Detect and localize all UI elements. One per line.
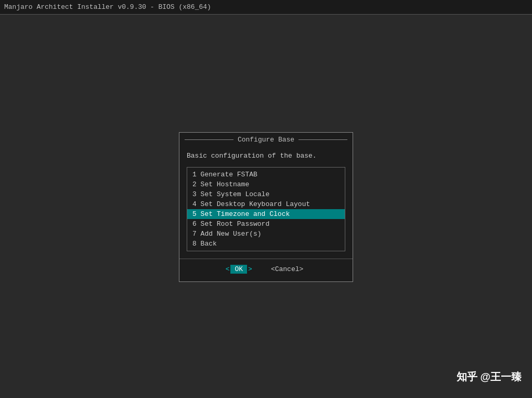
cancel-button[interactable]: <Cancel> (268, 264, 306, 274)
menu-item[interactable]: 6 Set Root Password (187, 219, 345, 229)
ok-left-arrow: < (226, 265, 230, 273)
dialog-box: Configure Base Basic configuration of th… (179, 132, 353, 282)
ok-button-wrapper[interactable]: < OK > (226, 264, 252, 274)
ok-right-arrow: > (248, 265, 252, 273)
menu-item[interactable]: 1 Generate FSTAB (187, 170, 345, 179)
title-text: Manjaro Architect Installer v0.9.30 - BI… (4, 3, 211, 11)
menu-item[interactable]: 3 Set System Locale (187, 189, 345, 199)
title-bar: Manjaro Architect Installer v0.9.30 - BI… (0, 0, 532, 15)
menu-item[interactable]: 2 Set Hostname (187, 179, 345, 189)
dialog-description: Basic configuration of the base. (179, 147, 353, 167)
menu-list[interactable]: 1 Generate FSTAB 2 Set Hostname 3 Set Sy… (187, 167, 345, 251)
menu-item[interactable]: 5 Set Timezone and Clock (187, 209, 345, 219)
screen-background: Configure Base Basic configuration of th… (0, 15, 532, 398)
dialog-title: Configure Base (179, 133, 353, 147)
dialog-buttons: < OK > <Cancel> (179, 259, 353, 281)
watermark: 知乎 @王一臻 (457, 370, 522, 384)
menu-item[interactable]: 7 Add New User(s) (187, 229, 345, 239)
ok-button-label[interactable]: OK (230, 265, 247, 274)
menu-item[interactable]: 4 Set Desktop Keyboard Layout (187, 199, 345, 209)
menu-item[interactable]: 8 Back (187, 239, 345, 249)
